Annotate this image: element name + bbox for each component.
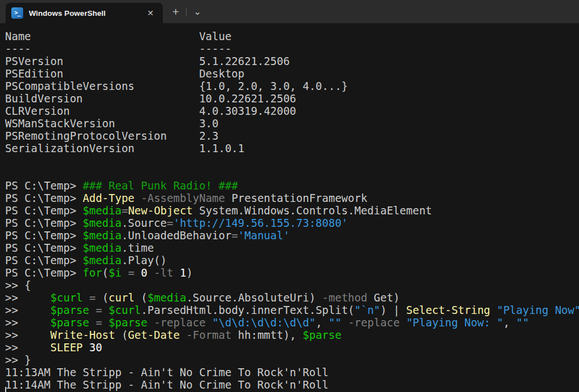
text-cursor xyxy=(5,387,6,392)
terminal-line xyxy=(5,154,579,167)
terminal-line: 11:13AM The Stripp - Ain't No Crime To R… xyxy=(5,366,579,378)
terminal-line: PS C:\Temp> for($i = 0 -lt 1) xyxy=(5,266,579,279)
terminal-window: >_ Windows PowerShell ✕ + ⌄ Name Value--… xyxy=(0,0,579,392)
terminal-line: 11:14AM The Stripp - Ain't No Crime To R… xyxy=(5,378,579,391)
terminal-line: >> $parse = $parse -replace "\d\d:\d\d:\… xyxy=(5,316,579,329)
table-row: PSRemotingProtocolVersion 2.3 xyxy=(5,130,579,142)
table-row: PSVersion 5.1.22621.2506 xyxy=(5,55,579,67)
table-row: SerializationVersion 1.1.0.1 xyxy=(5,142,579,154)
terminal-line: >> $curl = (curl ($media.Source.Absolute… xyxy=(5,291,579,304)
terminal-line: >> SLEEP 30 xyxy=(5,341,579,354)
terminal-line: >> $parse = $curl.ParsedHtml.body.innerT… xyxy=(5,304,579,316)
table-row: WSManStackVersion 3.0 xyxy=(5,117,579,130)
tab-title: Windows PowerShell xyxy=(29,9,145,18)
new-tab-button[interactable]: + xyxy=(167,5,184,19)
terminal-line: PS C:\Temp> ### Real Punk Radio! ### xyxy=(5,179,579,192)
terminal-line: PS C:\Temp> $media.time xyxy=(5,242,579,254)
terminal-line: PS C:\Temp> Add-Type -AssemblyName Prese… xyxy=(5,192,579,204)
terminal-line xyxy=(5,167,579,179)
terminal-line: >> } xyxy=(5,354,579,366)
terminal-line: PS C:\Temp> $media.Source='http://149.56… xyxy=(5,217,579,229)
table-row: CLRVersion 4.0.30319.42000 xyxy=(5,105,579,117)
table-row: PSEdition Desktop xyxy=(5,67,579,80)
table-row: BuildVersion 10.0.22621.2506 xyxy=(5,92,579,105)
terminal-output[interactable]: Name Value---- -----PSVersion 5.1.22621.… xyxy=(0,23,579,392)
tabbar-divider xyxy=(186,8,187,16)
table-header-line: Name Value xyxy=(5,30,579,42)
terminal-line: >> Write-Host (Get-Date -Format hh:mmtt)… xyxy=(5,329,579,341)
terminal-line: PS C:\Temp> $media.UnloadedBehavior='Man… xyxy=(5,229,579,242)
powershell-icon: >_ xyxy=(11,7,23,19)
terminal-line: >> { xyxy=(5,279,579,291)
titlebar[interactable]: >_ Windows PowerShell ✕ + ⌄ xyxy=(0,0,579,23)
terminal-line: PS C:\Temp> $media.Play() xyxy=(5,254,579,266)
tab-dropdown-button[interactable]: ⌄ xyxy=(189,5,205,19)
table-row: PSCompatibleVersions {1.0, 2.0, 3.0, 4.0… xyxy=(5,80,579,92)
close-icon[interactable]: ✕ xyxy=(145,8,156,18)
tab-windows-powershell[interactable]: >_ Windows PowerShell ✕ xyxy=(6,3,163,23)
table-separator-line: ---- ----- xyxy=(5,42,579,55)
terminal-line: PS C:\Temp> $media=New-Object System.Win… xyxy=(5,204,579,217)
